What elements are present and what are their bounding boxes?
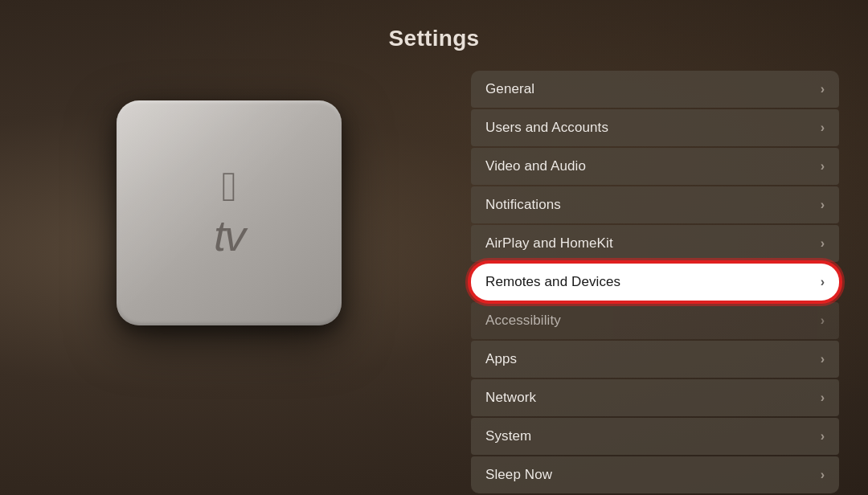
settings-item-apps[interactable]: Apps›	[471, 341, 839, 378]
chevron-icon-video-and-audio: ›	[821, 159, 825, 174]
device-container:  tv	[96, 80, 362, 346]
settings-item-label-sleep-now: Sleep Now	[485, 467, 552, 483]
settings-item-sleep-now[interactable]: Sleep Now›	[471, 456, 839, 493]
chevron-icon-accessibility: ›	[821, 313, 825, 328]
chevron-icon-apps: ›	[821, 352, 825, 366]
chevron-icon-network: ›	[821, 391, 825, 405]
chevron-icon-system: ›	[821, 429, 825, 444]
settings-item-airplay-and-homekit[interactable]: AirPlay and HomeKit›	[471, 225, 839, 262]
settings-list: General›Users and Accounts›Video and Aud…	[471, 71, 839, 495]
chevron-icon-sleep-now: ›	[821, 468, 825, 482]
chevron-icon-users-and-accounts: ›	[821, 121, 825, 135]
settings-item-label-remotes-and-devices: Remotes and Devices	[485, 274, 620, 290]
appletv-device:  tv	[117, 100, 342, 325]
chevron-icon-general: ›	[821, 82, 825, 96]
chevron-icon-remotes-and-devices: ›	[821, 275, 825, 289]
settings-item-label-accessibility: Accessibility	[485, 313, 561, 329]
chevron-icon-notifications: ›	[821, 198, 825, 212]
settings-item-label-video-and-audio: Video and Audio	[485, 158, 586, 174]
settings-item-label-general: General	[485, 81, 534, 97]
settings-item-remotes-and-devices[interactable]: Remotes and Devices›	[471, 264, 839, 301]
apple-logo-icon: 	[222, 166, 237, 207]
settings-item-general[interactable]: General›	[471, 71, 839, 108]
settings-item-users-and-accounts[interactable]: Users and Accounts›	[471, 109, 839, 146]
settings-item-notifications[interactable]: Notifications›	[471, 186, 839, 223]
settings-item-video-and-audio[interactable]: Video and Audio›	[471, 148, 839, 185]
settings-item-accessibility[interactable]: Accessibility›	[471, 302, 839, 339]
settings-item-label-users-and-accounts: Users and Accounts	[485, 120, 608, 136]
settings-item-label-network: Network	[485, 390, 536, 406]
settings-item-label-apps: Apps	[485, 351, 517, 367]
settings-item-system[interactable]: System›	[471, 418, 839, 455]
settings-item-label-airplay-and-homekit: AirPlay and HomeKit	[485, 235, 613, 252]
settings-item-label-notifications: Notifications	[485, 197, 561, 213]
tv-label: tv	[214, 211, 244, 260]
page-title: Settings	[0, 26, 868, 51]
settings-item-network[interactable]: Network›	[471, 379, 839, 416]
chevron-icon-airplay-and-homekit: ›	[821, 236, 825, 251]
settings-item-label-system: System	[485, 428, 531, 444]
